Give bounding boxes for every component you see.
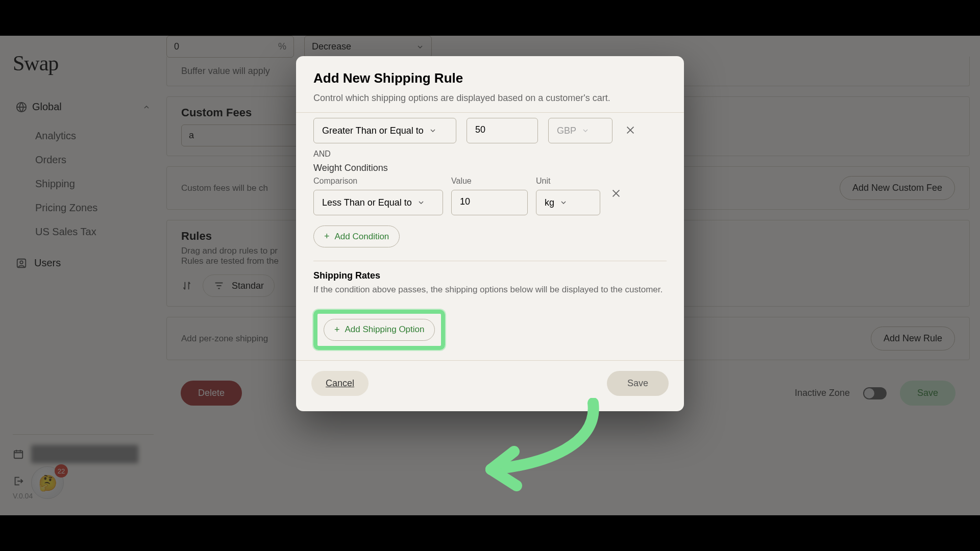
add-condition-button[interactable]: + Add Condition xyxy=(313,226,400,247)
add-condition-label: Add Condition xyxy=(335,232,389,242)
modal-save-button[interactable]: Save xyxy=(607,371,669,396)
modal-description: Control which shipping options are displ… xyxy=(313,91,667,105)
price-value-text: 50 xyxy=(475,124,485,135)
annotation-highlight: + Add Shipping Option xyxy=(313,310,445,350)
price-comparison-value: Greater Than or Equal to xyxy=(322,126,424,136)
shipping-rates-title: Shipping Rates xyxy=(313,270,667,281)
modal-cancel-button[interactable]: Cancel xyxy=(311,371,369,396)
close-icon xyxy=(625,124,636,136)
weight-value-input[interactable]: 10 xyxy=(451,190,528,215)
chevron-down-icon xyxy=(429,127,437,135)
modal-title: Add New Shipping Rule xyxy=(313,70,667,86)
comparison-label: Comparison xyxy=(313,177,443,186)
price-value-input[interactable]: 50 xyxy=(467,118,538,143)
add-shipping-option-label: Add Shipping Option xyxy=(345,324,425,335)
close-icon xyxy=(610,188,622,199)
weight-unit-value: kg xyxy=(545,197,554,208)
add-shipping-option-button[interactable]: + Add Shipping Option xyxy=(324,319,435,341)
shipping-rule-modal: Add New Shipping Rule Control which ship… xyxy=(296,56,684,411)
weight-comparison-select[interactable]: Less Than or Equal to xyxy=(313,190,443,215)
price-currency-select[interactable]: GBP xyxy=(548,118,612,143)
remove-weight-condition-button[interactable] xyxy=(608,186,624,201)
chevron-down-icon xyxy=(559,198,568,207)
plus-icon: + xyxy=(324,231,330,242)
weight-conditions-heading: Weight Conditions xyxy=(313,163,667,173)
chevron-down-icon xyxy=(581,127,590,135)
plus-icon: + xyxy=(334,324,340,335)
price-currency-value: GBP xyxy=(557,126,576,136)
weight-value-text: 10 xyxy=(460,196,470,207)
unit-label: Unit xyxy=(536,177,600,186)
weight-unit-select[interactable]: kg xyxy=(536,190,600,215)
chevron-down-icon xyxy=(417,198,425,207)
weight-comparison-value: Less Than or Equal to xyxy=(322,197,412,208)
remove-price-condition-button[interactable] xyxy=(623,122,638,138)
condition-connector: AND xyxy=(313,149,667,159)
shipping-rates-subtitle: If the condition above passes, the shipp… xyxy=(313,283,667,296)
value-label: Value xyxy=(451,177,528,186)
price-comparison-select[interactable]: Greater Than or Equal to xyxy=(313,118,456,143)
